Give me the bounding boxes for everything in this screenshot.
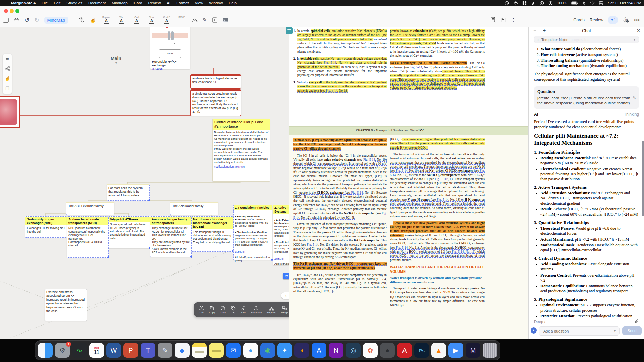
summary-button[interactable]: Summary (251, 306, 262, 314)
node-tag[interactable]: #FA2025 (150, 67, 190, 72)
node-ncbe-exchanger[interactable]: Na+ driven chloride-bicarbonate exchange… (191, 216, 233, 252)
mindmap-canvas[interactable]: Main ▾ ≣ ☝ ❐ Across Reversible H+/K+ exc… (0, 27, 289, 339)
close-window-button[interactable] (4, 9, 8, 13)
ai-sparkle-button[interactable]: ✦+ (608, 16, 618, 23)
mindmap-view-icon[interactable] (5, 66, 10, 71)
dock-system-settings-icon[interactable]: ⚙1 (55, 343, 70, 358)
copy-button[interactable]: Copy (209, 306, 215, 314)
redo-button[interactable]: ↻ (34, 17, 39, 24)
dock-finder-icon[interactable] (38, 343, 53, 358)
attachment-paperclip-icon[interactable] (635, 319, 639, 325)
node-reversible-hk-exchanger[interactable]: Across Reversible H+/K+ exchanger #FA202… (150, 27, 190, 69)
dock-notes-icon[interactable] (192, 343, 207, 358)
menu-document[interactable]: Document (88, 1, 106, 5)
node-left-image-card[interactable] (0, 96, 20, 128)
outline-list-icon[interactable]: ≣ (6, 56, 9, 61)
duplicate-pages-icon[interactable]: ❐ (5, 86, 9, 91)
minimize-window-button[interactable] (10, 9, 14, 13)
chat-scrollbar[interactable] (642, 141, 644, 216)
node-tag[interactable]: #MN4AI (273, 258, 289, 262)
hand-select-icon[interactable]: ☝ (4, 76, 10, 81)
menu-studyset[interactable]: StudySet (66, 1, 82, 5)
excerpt-tool-conte[interactable]: Cont.EA (162, 16, 172, 24)
library-icon[interactable] (14, 17, 19, 23)
link-button[interactable]: Link (241, 306, 246, 314)
menubar-clock-icon[interactable] (505, 1, 509, 5)
dock-mail-icon[interactable]: ✉ (226, 343, 241, 358)
dock-dark-blue-app-icon[interactable]: ◎ (346, 343, 361, 358)
dock-grey-dark-app-icon[interactable]: ● (380, 343, 395, 358)
document-search-icon[interactable] (490, 17, 496, 23)
node-single-transport-protein[interactable]: a single transport protein generally doe… (190, 89, 241, 116)
page-nav-pill[interactable]: ‹ · › (281, 292, 289, 299)
dock-bird-app-icon[interactable]: ● (243, 343, 258, 358)
dock-onenote-icon[interactable]: N (329, 343, 343, 358)
node-exercise-stress[interactable]: Exercise and stress associated serum K+ … (45, 289, 87, 321)
template-dropdown[interactable]: + Template: None ▼ (534, 36, 639, 43)
text-tool-icon[interactable] (212, 17, 217, 23)
zoom-window-button[interactable] (15, 9, 19, 13)
excerpt-tool-occl[interactable]: OcclA (131, 16, 142, 24)
color-button[interactable]: Color (220, 306, 226, 314)
node-acid-extruder-family[interactable]: The ACID extruder faimly (66, 202, 114, 215)
more-options-button[interactable]: ••• (634, 17, 640, 23)
node-two-transporters[interactable]: For most cells the system that regulates… (107, 184, 150, 201)
review-button[interactable]: Review (590, 18, 603, 22)
undo-button[interactable]: ↺ (24, 17, 29, 24)
focus-mode-icon[interactable] (78, 17, 85, 23)
insert-image-icon[interactable] (222, 18, 228, 22)
chevron-down-icon[interactable]: ▼ (613, 329, 616, 333)
bluetooth-icon[interactable] (582, 1, 585, 5)
node-foundation-principles-card[interactable]: 1. Foundation Principles • Resting Membr… (233, 205, 272, 260)
selection-handle[interactable] (190, 256, 192, 258)
dock-firefox-icon[interactable]: ◖ (294, 343, 309, 358)
node-acidemia-hyperkalemia[interactable]: acidemia leads to hyperkalemia as tissue… (190, 74, 241, 89)
node-sodium-hydrogen-exchanger[interactable]: Sodium-Hydrogen exchanger (NBC) Exchange… (25, 216, 67, 238)
close-chat-icon[interactable]: ✕ (637, 28, 640, 33)
node-acid-loader-family[interactable]: The Acid loader family (170, 202, 218, 215)
lasso-tool-icon[interactable] (192, 18, 198, 23)
dock-iina-icon[interactable]: ▶ (448, 343, 463, 358)
sidebar-toggle-icon[interactable] (3, 18, 9, 23)
raycast-icon[interactable] (531, 1, 535, 5)
dock-safari-icon[interactable]: ✦ (277, 343, 292, 358)
dock-acrobat-icon[interactable]: A (397, 343, 412, 358)
menu-file[interactable]: File (42, 1, 48, 5)
menubar-datetime[interactable]: Sat 11 Oct 9:48 PM (608, 1, 641, 5)
window-layout-icon[interactable] (522, 1, 527, 5)
dock-word-icon[interactable]: W (106, 343, 121, 358)
dock-stickies-icon[interactable] (209, 343, 224, 358)
dock-teams-icon[interactable]: T (141, 343, 155, 358)
dock-blue-doc-app-icon[interactable]: ◆ (175, 343, 190, 358)
thinking-label[interactable]: Thinking (624, 112, 639, 117)
node-vtype-atpases[interactable]: V-type H+ ATPases Some specialized cells… (108, 216, 150, 248)
cards-button[interactable]: Cards (573, 18, 584, 22)
dock-calendar-icon[interactable]: OCT11 (89, 343, 104, 358)
dock-notes-grey-app-icon[interactable]: ✎ (158, 343, 172, 358)
edit-pencil-icon[interactable]: ✎ (633, 95, 636, 100)
ask-question-input[interactable] (543, 329, 613, 334)
wifi-icon[interactable] (590, 1, 595, 5)
menu-review[interactable]: Review (148, 1, 161, 5)
pdf-document[interactable]: 1. In certain epithelial cells, amilorid… (289, 27, 529, 339)
dock-earth-app-icon[interactable]: ◉ (260, 343, 275, 358)
dock-vlc-icon[interactable]: ▲ (431, 343, 446, 358)
nav-prev[interactable]: ‹ (285, 294, 286, 298)
dock-app-store-icon[interactable]: A (312, 343, 326, 358)
play-circle-icon[interactable] (540, 1, 544, 5)
dock-trash-icon[interactable] (483, 343, 497, 358)
control-center-icon[interactable] (599, 1, 603, 5)
tag-button[interactable]: Tag (231, 306, 236, 314)
mode-label[interactable]: MindMap (44, 17, 68, 24)
send-button[interactable]: Send (622, 326, 642, 335)
cut-button[interactable]: Cut (199, 306, 204, 314)
excerpt-tool-cloze[interactable]: ClozeA (147, 16, 157, 24)
menu-edit[interactable]: Edit (54, 1, 60, 5)
menu-view[interactable]: View (195, 1, 203, 5)
node-control-intracellular-ph[interactable]: Control of intracellular pH and it's imp… (212, 119, 270, 182)
deep-mode-toggle[interactable]: Deep › (534, 320, 546, 324)
node-anion-exchanger-family[interactable]: Anion-exchanger family of transporters T… (150, 216, 192, 257)
merge-button[interactable]: Merge (281, 306, 288, 314)
dock-powerpoint-icon[interactable]: P (123, 343, 138, 358)
layers-icon[interactable] (514, 1, 518, 5)
